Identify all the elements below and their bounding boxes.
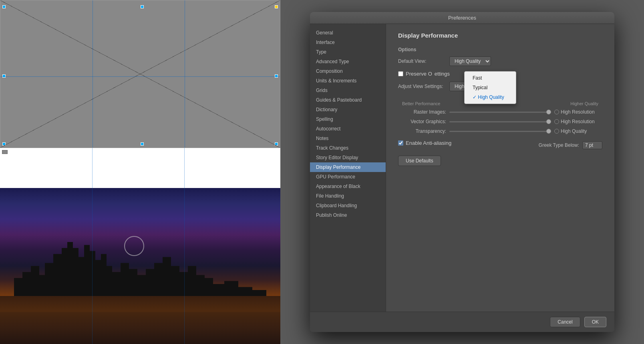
- dialog-titlebar: Preferences: [310, 12, 614, 24]
- main-content: Display Performance Options Default View…: [386, 24, 614, 312]
- section-title: Display Performance: [398, 32, 602, 39]
- vector-row: Vector Graphics: High Resolution: [398, 119, 602, 124]
- anchor-mr: [275, 74, 278, 78]
- anchor-br: [275, 142, 278, 146]
- bottom-options: Enable Anti-aliasing Greek Type Below: U…: [398, 140, 602, 166]
- sidebar-item-guides[interactable]: Guides & Pasteboard: [310, 95, 386, 105]
- sidebar-item-publish-online[interactable]: Publish Online: [310, 210, 386, 220]
- raster-radio[interactable]: High Resolution: [554, 109, 602, 115]
- adjust-view-label: Adjust View Settings:: [398, 84, 446, 89]
- antialiasing-row: Enable Anti-aliasing: [398, 140, 451, 146]
- sidebar-item-display-performance[interactable]: Display Performance: [310, 162, 386, 172]
- raster-slider[interactable]: [449, 112, 551, 113]
- slider-section: Better Performance Higher Quality Raster…: [398, 101, 602, 134]
- higher-quality-label: Higher Quality: [570, 101, 598, 106]
- vector-label: Vector Graphics:: [398, 119, 446, 124]
- grid-lines: [0, 0, 280, 148]
- raster-radio-circle: [554, 110, 559, 114]
- transparency-radio-label: High Quality: [561, 128, 587, 134]
- raster-radio-label: High Resolution: [561, 109, 595, 115]
- anchor-tc: [141, 5, 144, 8]
- sidebar-item-clipboard[interactable]: Clipboard Handling: [310, 201, 386, 210]
- anchor-ml: [2, 74, 6, 78]
- default-view-label: Default View:: [398, 58, 446, 64]
- dropdown-typical[interactable]: Typical: [465, 83, 516, 92]
- sidebar-item-track-changes[interactable]: Track Changes: [310, 143, 386, 153]
- transparency-radio[interactable]: High Quality: [554, 128, 602, 134]
- circle-target: [124, 236, 144, 256]
- greek-type-row: Greek Type Below:: [539, 141, 602, 149]
- options-label: Options: [398, 47, 602, 52]
- transparency-radio-circle: [554, 129, 559, 134]
- greek-type-input[interactable]: [582, 141, 602, 149]
- sidebar-item-file-handling[interactable]: File Handling: [310, 191, 386, 201]
- frame-icon: [2, 150, 8, 154]
- ok-button[interactable]: OK: [584, 317, 606, 327]
- sidebar: General Interface Type Advanced Type Com…: [310, 24, 386, 312]
- dropdown-fast[interactable]: Fast: [465, 73, 516, 83]
- raster-label: Raster Images:: [398, 109, 446, 115]
- white-section: [0, 148, 280, 188]
- vector-radio-label: High Resolution: [561, 119, 595, 124]
- dialog-body: General Interface Type Advanced Type Com…: [310, 24, 614, 312]
- anchor-tr: [275, 5, 278, 8]
- anchor-bc: [141, 142, 144, 146]
- sidebar-item-grids[interactable]: Grids: [310, 86, 386, 95]
- canvas-area: [0, 0, 280, 344]
- sidebar-item-interface[interactable]: Interface: [310, 38, 386, 47]
- anchor-bl: [2, 142, 6, 146]
- dropdown-high-quality[interactable]: High Quality: [465, 92, 516, 102]
- preserve-settings: ettings: [435, 71, 450, 77]
- anchor-tl: [2, 5, 6, 8]
- better-performance-label: Better Performance: [402, 101, 440, 106]
- dialog-overlay: Preferences General Interface Type Advan…: [280, 0, 644, 344]
- dialog-title: Preferences: [448, 15, 476, 21]
- transparency-slider[interactable]: [449, 131, 551, 132]
- canvas-bottom: [0, 148, 280, 344]
- use-defaults-button[interactable]: Use Defaults: [398, 156, 441, 166]
- sidebar-item-general[interactable]: General: [310, 28, 386, 38]
- dropdown-popup: Fast Typical High Quality: [464, 71, 516, 104]
- transparency-label: Transparency:: [398, 128, 446, 134]
- antialiasing-checkbox[interactable]: [398, 140, 403, 146]
- canvas-top: [0, 0, 280, 148]
- sidebar-item-gpu-performance[interactable]: GPU Performance: [310, 172, 386, 182]
- sidebar-item-units[interactable]: Units & Increments: [310, 76, 386, 86]
- sidebar-item-composition[interactable]: Composition: [310, 66, 386, 76]
- city-reflection: [0, 296, 280, 344]
- sidebar-item-spelling[interactable]: Spelling: [310, 114, 386, 124]
- default-view-row: Default View: High Quality: [398, 56, 602, 66]
- preserve-checkbox[interactable]: [398, 71, 403, 76]
- sidebar-item-autocorrect[interactable]: Autocorrect: [310, 124, 386, 134]
- greek-type-label: Greek Type Below:: [539, 142, 579, 148]
- cancel-button[interactable]: Cancel: [550, 317, 580, 327]
- antialiasing-label: Enable Anti-aliasing: [406, 140, 451, 146]
- photo-section: [0, 188, 280, 344]
- vector-radio[interactable]: High Resolution: [554, 119, 602, 124]
- sidebar-item-appearance[interactable]: Appearance of Black: [310, 182, 386, 191]
- canvas-cross: [0, 0, 280, 148]
- sidebar-item-story-editor[interactable]: Story Editor Display: [310, 153, 386, 162]
- preferences-dialog: Preferences General Interface Type Advan…: [310, 12, 614, 332]
- sidebar-item-advanced-type[interactable]: Advanced Type: [310, 57, 386, 66]
- raster-row: Raster Images: High Resolution: [398, 109, 602, 115]
- sidebar-item-type[interactable]: Type: [310, 47, 386, 57]
- dialog-footer: Cancel OK: [310, 312, 614, 332]
- vector-radio-circle: [554, 119, 559, 124]
- default-view-select[interactable]: High Quality: [449, 56, 491, 66]
- vector-slider[interactable]: [449, 121, 551, 122]
- preserve-label: Preserve O: [406, 71, 432, 77]
- transparency-row: Transparency: High Quality: [398, 128, 602, 134]
- sidebar-item-notes[interactable]: Notes: [310, 134, 386, 143]
- sidebar-item-dictionary[interactable]: Dictionary: [310, 105, 386, 114]
